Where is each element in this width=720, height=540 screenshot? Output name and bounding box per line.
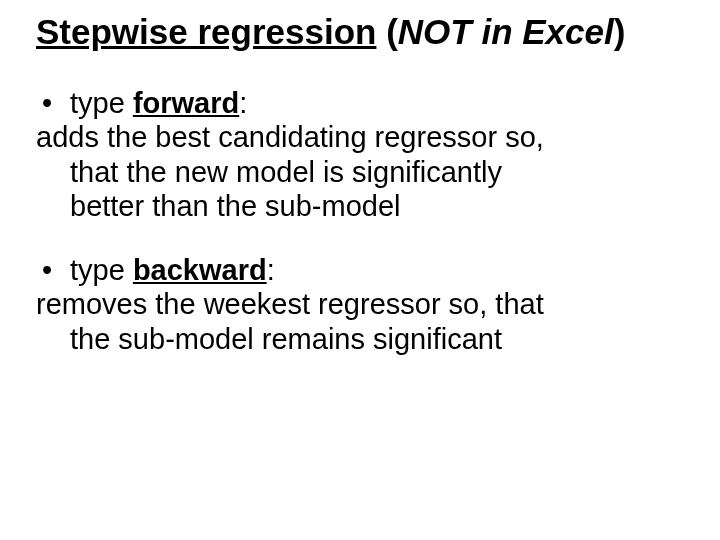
bullet-suffix: : xyxy=(267,254,275,286)
para-line: removes the weekest regressor so, that xyxy=(36,288,544,320)
para-line: the sub-model remains significant xyxy=(36,322,692,356)
para-line: that the new model is significantly xyxy=(36,155,692,189)
bullet-text: type backward: xyxy=(70,253,692,287)
para-line: better than the sub-model xyxy=(36,189,692,223)
slide-body: • type forward: adds the best candidatin… xyxy=(36,86,692,356)
bullet-prefix: type xyxy=(70,87,133,119)
bullet-dot-icon: • xyxy=(36,86,70,120)
title-part-underlined: Stepwise regression xyxy=(36,12,376,51)
slide-title: Stepwise regression (NOT in Excel) xyxy=(36,12,692,52)
bullet-item-backward: • type backward: xyxy=(36,253,692,287)
bullet-keyword: backward xyxy=(133,254,267,286)
title-part-italic: NOT in Excel xyxy=(398,12,614,51)
para-line: adds the best candidating regressor so, xyxy=(36,121,544,153)
spacer xyxy=(36,223,692,253)
bullet-text: type forward: xyxy=(70,86,692,120)
slide: Stepwise regression (NOT in Excel) • typ… xyxy=(0,0,720,540)
bullet-prefix: type xyxy=(70,254,133,286)
bullet-item-forward: • type forward: xyxy=(36,86,692,120)
paragraph-backward: removes the weekest regressor so, that t… xyxy=(36,287,692,355)
title-part-paren-close: ) xyxy=(614,12,626,51)
bullet-keyword: forward xyxy=(133,87,239,119)
paragraph-forward: adds the best candidating regressor so, … xyxy=(36,120,692,223)
bullet-suffix: : xyxy=(239,87,247,119)
title-part-paren-open: ( xyxy=(376,12,397,51)
bullet-dot-icon: • xyxy=(36,253,70,287)
